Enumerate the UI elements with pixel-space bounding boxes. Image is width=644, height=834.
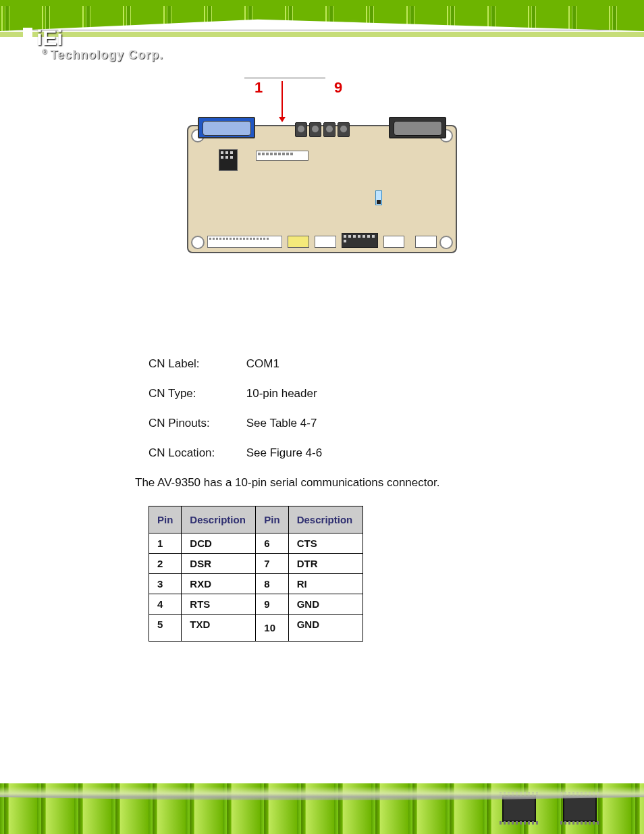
pin-cell: 4	[149, 594, 182, 615]
pin-start-label: 1	[254, 79, 263, 97]
meta-value: COM1	[246, 357, 279, 370]
pinout-table: Pin Description Pin Description 1 DCD 6 …	[149, 506, 363, 642]
cn4-header-icon	[256, 151, 308, 161]
pin-cell: 1	[149, 533, 182, 554]
board-diagram-section: CN4 1 9	[0, 78, 644, 256]
db-port-icon	[389, 117, 446, 138]
meta-value: 10-pin header	[246, 387, 317, 400]
meta-cn-type: CN Type: 10-pin header	[149, 387, 644, 400]
logo-box-icon	[23, 28, 32, 37]
col-pin-header: Pin	[149, 506, 182, 533]
mounting-hole-icon	[439, 236, 453, 249]
page-footer-banner	[0, 766, 644, 834]
bottom-connector-row	[207, 226, 437, 248]
meta-label: CN Location:	[149, 446, 243, 460]
meta-cn-location: CN Location: See Figure 4-6	[149, 446, 644, 460]
registered-icon: ®	[42, 48, 47, 55]
content-body: CN Label: COM1 CN Type: 10-pin header CN…	[0, 256, 644, 642]
table-header-row: Pin Description Pin Description	[149, 506, 363, 533]
page-header-banner: iEi ®Technology Corp.	[0, 0, 644, 78]
vga-port-icon	[198, 117, 255, 138]
col-desc-header: Description	[182, 506, 256, 533]
desc-cell: DCD	[182, 533, 256, 554]
pin-cell: 8	[256, 574, 288, 594]
top-edge-band	[0, 0, 644, 6]
col-desc-header: Description	[288, 506, 363, 533]
logo-brand-text: iEi	[36, 26, 63, 51]
jumper-icon	[375, 190, 382, 205]
table-row: 5 TXD 10 GND	[149, 615, 363, 642]
desc-cell: DTR	[288, 554, 363, 574]
mounting-hole-icon	[191, 236, 205, 249]
pin-cell: 3	[149, 574, 182, 594]
description-text: The AV-9350 has a 10-pin serial communic…	[135, 476, 644, 490]
pin-cell: 5	[149, 615, 182, 642]
pin-cell: 9	[256, 594, 288, 615]
desc-cell: DSR	[182, 554, 256, 574]
meta-value: See Table 4-7	[246, 417, 317, 429]
desc-cell: CTS	[288, 533, 363, 554]
table-row: 2 DSR 7 DTR	[149, 554, 363, 574]
desc-cell: GND	[288, 594, 363, 615]
callout-arrow-line	[281, 81, 283, 118]
desc-cell: GND	[288, 615, 363, 642]
pcb-board	[187, 125, 457, 253]
rca-jack-icon	[309, 122, 321, 137]
rear-port-row	[198, 115, 446, 138]
desc-cell: RTS	[182, 594, 256, 615]
small-header-icon	[288, 236, 309, 248]
meta-cn-pinouts: CN Pinouts: See Table 4-7	[149, 417, 644, 430]
pin-cell: 6	[256, 533, 288, 554]
pin-cell: 10	[256, 615, 288, 642]
rca-jack-icon	[338, 122, 350, 137]
pinout-body: 1 DCD 6 CTS 2 DSR 7 DTR 3 RXD 8 RI 4 RTS…	[149, 533, 363, 642]
logo: iEi ®Technology Corp.	[23, 26, 163, 62]
wide-header-icon	[207, 236, 282, 248]
rca-jack-icon	[295, 122, 307, 137]
chip-icon	[563, 795, 597, 822]
meta-label: CN Label:	[149, 357, 243, 371]
meta-label: CN Type:	[149, 387, 243, 400]
table-row: 3 RXD 8 RI	[149, 574, 363, 594]
small-header-icon	[415, 236, 437, 248]
logo-brand: iEi	[23, 26, 163, 51]
desc-cell: RXD	[182, 574, 256, 594]
pin-end-label: 9	[334, 79, 342, 97]
table-row: 1 DCD 6 CTS	[149, 533, 363, 554]
desc-cell: TXD	[182, 615, 256, 642]
col-pin-header: Pin	[256, 506, 288, 533]
rca-group	[295, 122, 350, 138]
pin-cell: 2	[149, 554, 182, 574]
pin-cell: 7	[256, 554, 288, 574]
meta-value: See Figure 4-6	[246, 446, 322, 459]
desc-cell: RI	[288, 574, 363, 594]
logo-subtitle: ®Technology Corp.	[42, 48, 163, 62]
small-header-icon	[315, 236, 336, 248]
board-diagram: CN4 1 9	[187, 88, 457, 253]
small-header-icon	[383, 236, 405, 248]
mid-header-icon	[342, 233, 378, 248]
rca-jack-icon	[323, 122, 336, 137]
table-row: 4 RTS 9 GND	[149, 594, 363, 615]
meta-label: CN Pinouts:	[149, 417, 243, 430]
meta-cn-label: CN Label: COM1	[149, 357, 644, 371]
header-connector-icon	[219, 149, 238, 171]
